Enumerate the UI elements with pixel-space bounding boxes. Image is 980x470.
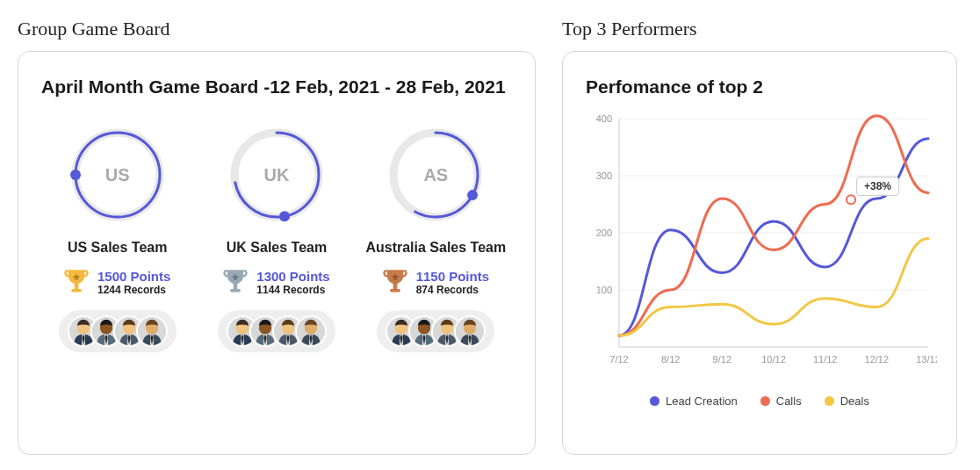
section-title-group: Group Game Board bbox=[18, 18, 536, 40]
progress-ring: AS bbox=[383, 122, 488, 228]
svg-text:11/12: 11/12 bbox=[813, 354, 838, 365]
svg-text:200: 200 bbox=[596, 228, 612, 238]
legend-label: Calls bbox=[776, 394, 802, 408]
ring-label: UK bbox=[264, 165, 290, 185]
legend-label: Deals bbox=[840, 394, 869, 408]
svg-text:13/12: 13/12 bbox=[916, 354, 937, 365]
team-card: US US Sales Team 1500 Points 1244 Record… bbox=[41, 122, 193, 352]
ring-label: US bbox=[105, 165, 130, 185]
team-card: AS Australia Sales Team 1150 Points 874 … bbox=[360, 122, 512, 352]
avatar-group bbox=[59, 310, 177, 352]
progress-ring: US bbox=[65, 122, 170, 228]
chart-title: Perfomance of top 2 bbox=[586, 76, 933, 98]
section-title-performers: Top 3 Performers bbox=[562, 18, 957, 40]
svg-text:12/12: 12/12 bbox=[865, 354, 890, 365]
chart-legend: Lead Creation Calls Deals bbox=[586, 394, 933, 408]
legend-calls: Calls bbox=[760, 394, 802, 408]
svg-text:7/12: 7/12 bbox=[609, 354, 628, 365]
points-value: 1150 Points bbox=[416, 269, 489, 284]
group-game-board-panel: April Month Game Board -12 Feb, 2021 - 2… bbox=[18, 51, 536, 455]
board-title: April Month Game Board -12 Feb, 2021 - 2… bbox=[41, 76, 512, 98]
svg-text:8/12: 8/12 bbox=[661, 354, 680, 365]
trophy-icon bbox=[223, 268, 248, 296]
svg-text:9/12: 9/12 bbox=[713, 354, 731, 365]
team-name: UK Sales Team bbox=[200, 240, 352, 256]
legend-dot-icon bbox=[825, 396, 834, 406]
chart-tooltip: +38% bbox=[856, 177, 899, 196]
avatar bbox=[136, 315, 168, 347]
legend-deals: Deals bbox=[825, 394, 869, 408]
svg-text:10/12: 10/12 bbox=[761, 354, 786, 365]
svg-rect-21 bbox=[234, 283, 238, 289]
points-value: 1300 Points bbox=[256, 269, 329, 284]
svg-rect-39 bbox=[393, 283, 397, 289]
trophy-icon bbox=[64, 268, 89, 296]
trophy-icon bbox=[383, 268, 407, 296]
ring-label: AS bbox=[423, 165, 448, 185]
avatar-group bbox=[377, 310, 494, 352]
legend-dot-icon bbox=[760, 396, 770, 406]
team-name: Australia Sales Team bbox=[360, 240, 512, 256]
team-name: US Sales Team bbox=[41, 240, 193, 256]
legend-label: Lead Creation bbox=[666, 394, 738, 408]
performance-chart: 1002003004007/128/129/1210/1211/1212/121… bbox=[586, 110, 933, 382]
legend-lead-creation: Lead Creation bbox=[650, 394, 738, 408]
svg-rect-4 bbox=[71, 289, 81, 292]
avatar bbox=[295, 315, 327, 347]
team-card: UK UK Sales Team 1300 Points 1144 Record… bbox=[200, 122, 352, 352]
svg-rect-22 bbox=[231, 289, 241, 292]
svg-rect-3 bbox=[75, 283, 79, 289]
legend-dot-icon bbox=[650, 396, 659, 406]
score-row: 1150 Points 874 Records bbox=[360, 268, 512, 296]
records-value: 1244 Records bbox=[97, 284, 170, 296]
score-row: 1300 Points 1144 Records bbox=[200, 268, 352, 296]
avatar bbox=[454, 315, 486, 347]
records-value: 874 Records bbox=[416, 284, 489, 296]
avatar-group bbox=[218, 310, 335, 352]
records-value: 1144 Records bbox=[256, 284, 329, 296]
score-row: 1500 Points 1244 Records bbox=[41, 268, 193, 296]
svg-rect-40 bbox=[390, 289, 400, 292]
svg-text:400: 400 bbox=[596, 113, 612, 124]
performance-panel: Perfomance of top 2 1002003004007/128/12… bbox=[562, 51, 957, 455]
progress-ring: UK bbox=[224, 122, 329, 228]
svg-text:300: 300 bbox=[596, 170, 612, 181]
svg-text:100: 100 bbox=[596, 285, 612, 295]
points-value: 1500 Points bbox=[97, 269, 170, 284]
svg-point-71 bbox=[847, 195, 855, 204]
svg-point-2 bbox=[70, 170, 81, 180]
svg-point-20 bbox=[279, 211, 290, 221]
